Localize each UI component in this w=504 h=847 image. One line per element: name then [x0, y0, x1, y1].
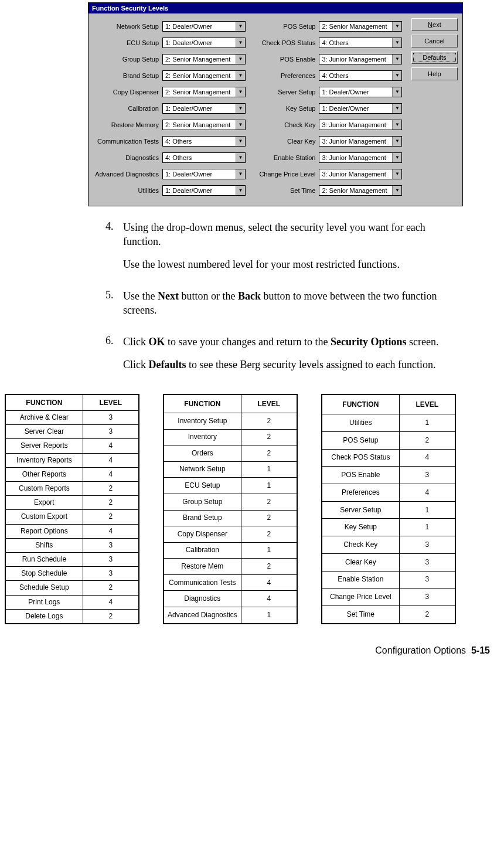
table-cell-function: Print Logs: [5, 595, 83, 609]
table-row: Brand Setup2: [164, 510, 297, 526]
table-row: Report Options4: [5, 524, 139, 538]
chevron-down-icon[interactable]: ▼: [392, 22, 401, 31]
chevron-down-icon[interactable]: ▼: [392, 120, 401, 130]
table-cell-function: ECU Setup: [164, 478, 241, 494]
security-level-dropdown[interactable]: 2: Senior Management▼: [162, 120, 246, 130]
form-row: Group Setup2: Senior Management▼: [93, 51, 250, 67]
security-level-dropdown[interactable]: 3: Junior Management▼: [319, 54, 402, 64]
chevron-down-icon[interactable]: ▼: [236, 153, 245, 162]
chevron-down-icon[interactable]: ▼: [392, 186, 401, 195]
security-level-dropdown[interactable]: 1: Dealer/Owner▼: [162, 185, 246, 196]
field-label: Communication Tests: [93, 138, 162, 145]
dropdown-value: 1: Dealer/Owner: [163, 39, 214, 46]
table-header-function: FUNCTION: [5, 394, 83, 411]
table-row: Archive & Clear3: [5, 411, 139, 425]
table-cell-function: Run Schedule: [5, 552, 83, 566]
table-row: POS Setup2: [322, 432, 455, 450]
field-label: POS Enable: [250, 56, 319, 63]
dropdown-value: 2: Senior Management: [163, 72, 233, 79]
security-level-dropdown[interactable]: 3: Junior Management▼: [319, 169, 402, 179]
chevron-down-icon[interactable]: ▼: [392, 153, 401, 162]
table-cell-level: 1: [241, 542, 297, 559]
cancel-button[interactable]: Cancel: [411, 35, 458, 47]
table-cell-function: Schedule Setup: [5, 581, 83, 595]
table-cell-level: 4: [83, 453, 139, 467]
table-cell-function: Key Setup: [322, 519, 399, 536]
chevron-down-icon[interactable]: ▼: [236, 104, 245, 113]
security-level-dropdown[interactable]: 3: Junior Management▼: [319, 136, 402, 147]
security-level-dropdown[interactable]: 2: Senior Management▼: [319, 21, 402, 32]
table-row: Export2: [5, 496, 139, 510]
help-button[interactable]: Help: [411, 67, 458, 80]
form-row: Advanced Diagnostics1: Dealer/Owner▼: [93, 166, 250, 182]
table-cell-function: Diagnostics: [164, 591, 241, 607]
table-cell-level: 1: [399, 414, 455, 432]
chevron-down-icon[interactable]: ▼: [236, 87, 245, 97]
security-level-dropdown[interactable]: 1: Dealer/Owner▼: [162, 103, 246, 114]
chevron-down-icon[interactable]: ▼: [392, 104, 401, 113]
table-cell-function: Delete Logs: [5, 609, 83, 624]
step-text: Using the drop-down menus, select the se…: [123, 220, 457, 249]
dropdown-value: 2: Senior Management: [319, 23, 389, 30]
table-row: Clear Key3: [322, 553, 455, 571]
security-level-dropdown[interactable]: 1: Dealer/Owner▼: [162, 21, 246, 32]
dropdown-value: 1: Dealer/Owner: [163, 187, 214, 194]
security-level-dropdown[interactable]: 2: Senior Management▼: [319, 185, 402, 196]
field-label: Clear Key: [250, 138, 319, 145]
chevron-down-icon[interactable]: ▼: [236, 22, 245, 31]
security-level-dropdown[interactable]: 3: Junior Management▼: [319, 120, 402, 130]
security-level-dropdown[interactable]: 4: Others▼: [319, 70, 402, 81]
table-cell-level: 2: [83, 581, 139, 595]
chevron-down-icon[interactable]: ▼: [236, 169, 245, 179]
field-label: Server Setup: [250, 89, 319, 96]
table-cell-level: 1: [241, 478, 297, 494]
table-cell-level: 2: [83, 609, 139, 624]
chevron-down-icon[interactable]: ▼: [236, 38, 245, 47]
table-cell-function: Brand Setup: [164, 510, 241, 526]
form-row: Change Price Level3: Junior Management▼: [250, 166, 406, 182]
security-level-dropdown[interactable]: 1: Dealer/Owner▼: [319, 103, 402, 114]
chevron-down-icon[interactable]: ▼: [392, 137, 401, 146]
table-cell-level: 2: [241, 445, 297, 462]
security-level-dropdown[interactable]: 2: Senior Management▼: [162, 87, 246, 97]
chevron-down-icon[interactable]: ▼: [392, 169, 401, 179]
form-row: Utilities1: Dealer/Owner▼: [93, 182, 250, 199]
chevron-down-icon[interactable]: ▼: [236, 120, 245, 130]
security-level-dropdown[interactable]: 1: Dealer/Owner▼: [162, 169, 246, 179]
chevron-down-icon[interactable]: ▼: [392, 38, 401, 47]
table-row: Inventory Reports4: [5, 453, 139, 467]
chevron-down-icon[interactable]: ▼: [236, 137, 245, 146]
chevron-down-icon[interactable]: ▼: [392, 71, 401, 80]
field-label: Utilities: [93, 187, 162, 194]
security-level-dropdown[interactable]: 4: Others▼: [162, 152, 246, 163]
table-cell-level: 2: [241, 559, 297, 575]
security-level-dropdown[interactable]: 1: Dealer/Owner▼: [162, 38, 246, 48]
table-cell-function: Set Time: [322, 606, 399, 623]
table-cell-function: Inventory: [164, 429, 241, 445]
table-cell-function: Restore Mem: [164, 559, 241, 575]
table-cell-level: 4: [399, 449, 455, 467]
step-number: 4.: [105, 220, 123, 280]
dropdown-value: 4: Others: [319, 72, 350, 79]
security-level-dropdown[interactable]: 1: Dealer/Owner▼: [319, 87, 402, 97]
table-cell-function: Enable Station: [322, 571, 399, 589]
security-level-dropdown[interactable]: 4: Others▼: [319, 38, 402, 48]
security-level-dropdown[interactable]: 3: Junior Management▼: [319, 152, 402, 163]
security-level-dropdown[interactable]: 2: Senior Management▼: [162, 70, 246, 81]
field-label: Preferences: [250, 72, 319, 79]
defaults-button[interactable]: Defaults: [411, 51, 458, 64]
chevron-down-icon[interactable]: ▼: [236, 55, 245, 64]
table-row: Server Setup1: [322, 501, 455, 519]
chevron-down-icon[interactable]: ▼: [236, 71, 245, 80]
security-level-dropdown[interactable]: 2: Senior Management▼: [162, 54, 246, 64]
table-cell-level: 3: [83, 538, 139, 552]
chevron-down-icon[interactable]: ▼: [392, 55, 401, 64]
table-cell-function: Advanced Diagnostics: [164, 607, 241, 624]
next-button[interactable]: Next: [411, 18, 458, 31]
field-label: Enable Station: [250, 154, 319, 161]
field-label: Advanced Diagnostics: [93, 171, 162, 178]
security-level-dropdown[interactable]: 4: Others▼: [162, 136, 246, 147]
chevron-down-icon[interactable]: ▼: [236, 186, 245, 195]
chevron-down-icon[interactable]: ▼: [392, 87, 401, 97]
field-label: Diagnostics: [93, 154, 162, 161]
